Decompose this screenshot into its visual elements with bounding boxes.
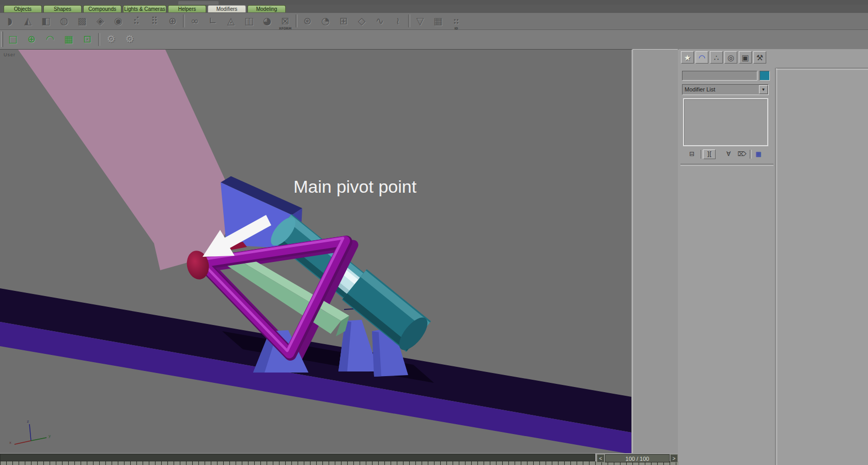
ribbon-tab-helpers[interactable]: Helpers: [168, 5, 206, 12]
spline-a-modifier-icon[interactable]: ∿: [372, 14, 388, 28]
command-panel: ★◠∴◎▣⚒ Modifier List ▼ ⊟][∀⌦▦: [678, 49, 868, 465]
hsds-modifier-icon[interactable]: ⊞: [336, 14, 351, 28]
show-end-result-button[interactable]: ][: [703, 149, 716, 159]
pink-beam-object[interactable]: [18, 50, 231, 270]
side-strip: [632, 49, 678, 453]
object-color-swatch[interactable]: [760, 71, 770, 81]
gear-b-icon[interactable]: ⚙: [122, 32, 137, 47]
panel-tab-motion[interactable]: ◎: [724, 51, 737, 64]
material-id-modifier-icon[interactable]: ⠶ID: [448, 14, 464, 28]
world-axis-tripod: z x y: [9, 419, 51, 445]
scene-3d: Main pivot point z x y: [0, 50, 631, 453]
ribbon-grip[interactable]: [178, 1, 219, 5]
toolbar-grip[interactable]: [1, 32, 3, 47]
taper-modifier-icon[interactable]: ◭: [20, 14, 36, 28]
modifier-list-label: Modifier List: [685, 86, 715, 92]
panel-tab-hierarchy[interactable]: ∴: [710, 51, 723, 64]
xform-modifier-icon[interactable]: ⊠XFORM: [277, 14, 293, 28]
xform-gizmo-modifier-icon[interactable]: ⊕: [165, 14, 180, 28]
point-helper-icon[interactable]: ⊕: [24, 32, 39, 47]
ffd-modifier-icon[interactable]: ◇: [354, 14, 369, 28]
panel-tab-modify[interactable]: ◠: [695, 51, 708, 64]
panel-divider: [680, 164, 773, 166]
ribbon-tab-compounds[interactable]: Compounds: [83, 5, 121, 12]
annotation-text: Main pivot point: [293, 177, 417, 196]
button-separator: [701, 150, 703, 159]
ribbon-tab-modifiers[interactable]: Modifiers: [208, 5, 246, 12]
tape-helper-icon[interactable]: ⊡: [80, 32, 95, 47]
application-window: ObjectsShapesCompoundsLights & CamerasHe…: [0, 0, 868, 465]
noise-modifier-icon[interactable]: ▩: [74, 14, 90, 28]
timeline-ruler[interactable]: [0, 461, 678, 465]
mirror-modifier-icon[interactable]: ◫: [241, 14, 257, 28]
ribbon-tab-shapes[interactable]: Shapes: [43, 5, 82, 12]
chain-modifier-icon[interactable]: ∞: [187, 14, 203, 28]
twist-modifier-icon[interactable]: ◍: [56, 14, 72, 28]
toolbar-separator: [408, 14, 410, 27]
gear-a-icon[interactable]: ⚙: [103, 32, 119, 47]
lattice-b-modifier-icon[interactable]: ⠿: [147, 14, 162, 28]
bend-modifier-icon[interactable]: ◗: [2, 14, 18, 28]
lattice-a-modifier-icon[interactable]: ⠮: [129, 14, 144, 28]
dummy-helper-icon[interactable]: □: [5, 32, 21, 47]
spline-b-modifier-icon[interactable]: ≀: [390, 14, 406, 28]
panel-boundary-horizontal: [776, 68, 868, 70]
panel-tab-display[interactable]: ▣: [739, 51, 752, 64]
toolbar-separator: [296, 14, 298, 27]
pin-stack-button[interactable]: ⊟: [686, 149, 698, 159]
track-bar[interactable]: [0, 454, 595, 461]
object-name-input[interactable]: [682, 71, 757, 81]
previous-frame-button[interactable]: <: [597, 454, 605, 462]
svg-text:y: y: [49, 433, 51, 438]
bone-elbow-modifier-icon[interactable]: ∟: [205, 14, 221, 28]
toolbar-separator: [183, 14, 185, 27]
viewport-label[interactable]: User: [4, 52, 16, 57]
svg-text:x: x: [9, 440, 11, 445]
push-modifier-icon[interactable]: ◉: [111, 14, 126, 28]
mesh-smooth-modifier-icon[interactable]: ◔: [318, 14, 333, 28]
panel-tab-utilities[interactable]: ⚒: [753, 51, 766, 64]
edit-mesh-modifier-icon[interactable]: ⊛: [300, 14, 315, 28]
projection-modifier-icon[interactable]: ▽: [412, 14, 428, 28]
melt-modifier-icon[interactable]: ◬: [223, 14, 239, 28]
frame-counter[interactable]: 100 / 100: [605, 454, 670, 462]
viewport[interactable]: Main pivot point z x y User: [0, 49, 631, 453]
remove-modifier-button[interactable]: ⌦: [736, 149, 748, 159]
ribbon-modifier-toolbar: ◗◭◧◍▩◈◉⠮⠿⊕∞∟◬◫◕⊠XFORM⊛◔⊞◇∿≀▽▦⠶ID: [0, 13, 868, 30]
dropdown-arrow-icon[interactable]: ▼: [759, 85, 768, 94]
ribbon-tab-objects[interactable]: Objects: [4, 5, 42, 12]
svg-text:z: z: [27, 419, 29, 424]
button-separator: [750, 150, 752, 159]
toolbar-separator: [98, 33, 100, 46]
skew-modifier-icon[interactable]: ◧: [38, 14, 54, 28]
ribbon-tab-lights-cameras[interactable]: Lights & Cameras: [123, 5, 166, 12]
ribbon-helpers-toolbar: □⊕◠▦⊡⚙⚙: [0, 30, 868, 50]
protractor-helper-icon[interactable]: ◠: [42, 32, 58, 47]
panel-boundary-vertical: [775, 68, 777, 465]
modifier-list-dropdown[interactable]: Modifier List ▼: [682, 84, 769, 95]
panel-tab-create[interactable]: ★: [681, 51, 694, 64]
modifier-stack-list[interactable]: [683, 98, 768, 146]
grid-helper-icon[interactable]: ▦: [61, 32, 76, 47]
configure-modifier-sets-button[interactable]: ▦: [752, 149, 765, 159]
timeline-bar: < 100 / 100 >: [0, 453, 678, 465]
spherify-modifier-icon[interactable]: ◈: [92, 14, 108, 28]
next-frame-button[interactable]: >: [670, 454, 678, 462]
ribbon-tab-modeling[interactable]: Modeling: [247, 5, 286, 12]
make-unique-button[interactable]: ∀: [722, 149, 735, 159]
ribbon-tab-row: ObjectsShapesCompoundsLights & CamerasHe…: [0, 5, 868, 13]
lathe-modifier-icon[interactable]: ◕: [259, 14, 275, 28]
checker-map-modifier-icon[interactable]: ▦: [430, 14, 446, 28]
